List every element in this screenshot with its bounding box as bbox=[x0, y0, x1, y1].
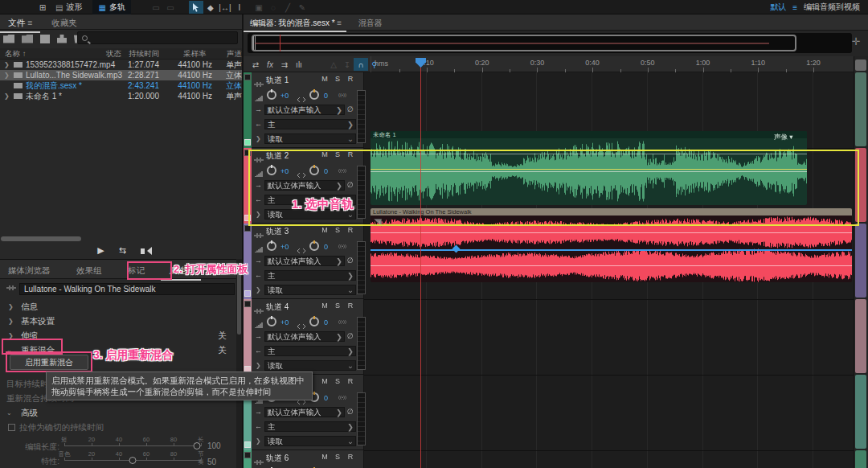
solo-button[interactable]: S bbox=[333, 453, 342, 461]
file-row[interactable]: ❯未命名 1 *1:20.00044100 Hz单声道 bbox=[0, 91, 242, 101]
track-swatch-icon[interactable] bbox=[244, 290, 251, 297]
mute-button[interactable]: M bbox=[320, 302, 330, 310]
solo-button[interactable]: S bbox=[333, 377, 342, 385]
record-arm-button[interactable]: R bbox=[346, 377, 355, 385]
workspace-mode-label[interactable]: 编辑音频到视频 bbox=[804, 2, 860, 13]
track-swatch-icon[interactable] bbox=[244, 139, 251, 146]
import-file-icon[interactable] bbox=[22, 35, 33, 43]
col-status[interactable]: 状态 bbox=[106, 49, 121, 60]
panel-menu-icon[interactable]: ≡ bbox=[27, 18, 32, 27]
metronome-icon[interactable]: △ bbox=[326, 58, 341, 71]
automation-expand-icon[interactable]: ❯ bbox=[256, 362, 261, 369]
expand-icon[interactable]: ❯ bbox=[4, 60, 10, 70]
spectral-display-icon[interactable]: ▭ bbox=[163, 1, 178, 14]
text-tool-icon[interactable]: I bbox=[232, 1, 247, 14]
speaker-button[interactable] bbox=[141, 243, 145, 257]
track-header-1[interactable]: 轨道 1MSR+00((•))→默认立体声输入❯∅←主❯❯读取⌄ bbox=[244, 72, 364, 148]
automation-mode-selector[interactable]: 读取⌄ bbox=[264, 285, 356, 295]
open-file-icon[interactable] bbox=[3, 35, 14, 43]
waveform-display-icon[interactable]: ▭ bbox=[149, 1, 163, 14]
record-arm-button[interactable]: R bbox=[346, 75, 355, 83]
vscroll-track-segment[interactable] bbox=[855, 299, 866, 373]
automation-mode-selector[interactable]: 读取⌄ bbox=[264, 133, 356, 144]
vscroll-cap[interactable] bbox=[855, 60, 866, 71]
solo-button[interactable]: S bbox=[333, 302, 342, 310]
vscroll-track-segment[interactable] bbox=[855, 224, 866, 298]
automation-mode-selector[interactable]: 读取⌄ bbox=[264, 360, 356, 371]
stretch-exact-checkbox[interactable]: 拉伸为确切的持续时间 bbox=[0, 421, 235, 434]
record-arm-button[interactable]: R bbox=[346, 453, 355, 461]
volume-value[interactable]: +0 bbox=[280, 92, 289, 100]
volume-knob[interactable] bbox=[267, 317, 276, 326]
vscroll-track-segment[interactable] bbox=[855, 72, 866, 146]
track-name[interactable]: 轨道 3 bbox=[266, 226, 289, 237]
razor-tool-icon[interactable]: ◆ bbox=[203, 1, 218, 14]
solo-button[interactable]: S bbox=[333, 226, 342, 234]
no-input-icon[interactable]: ∅ bbox=[347, 408, 354, 416]
move-tool-icon[interactable] bbox=[189, 1, 203, 14]
col-duration[interactable]: 持续时间 bbox=[129, 49, 159, 60]
pan-knob[interactable] bbox=[309, 317, 319, 326]
track-name[interactable]: 轨道 1 bbox=[266, 75, 289, 86]
search-input[interactable] bbox=[77, 31, 238, 44]
transfer-icon[interactable]: ⇄ bbox=[248, 58, 263, 71]
section-basic-settings[interactable]: ❯基本设置 bbox=[0, 314, 235, 328]
pan-value[interactable]: 0 bbox=[324, 318, 328, 326]
track-swatch-icon[interactable] bbox=[244, 441, 251, 448]
snap-magnet-icon[interactable]: ∩ bbox=[354, 58, 368, 71]
output-selector[interactable]: 主❯ bbox=[264, 421, 356, 432]
track-header-4[interactable]: 轨道 4MSR+00((•))→默认立体声输入❯∅←主❯❯读取⌄ bbox=[244, 299, 364, 375]
col-channels[interactable]: 声道 bbox=[227, 49, 242, 60]
slider-handle[interactable] bbox=[129, 457, 137, 464]
features-slider[interactable]: 音色20406080节奏 bbox=[64, 451, 201, 466]
brush-tool-icon[interactable]: ✎ bbox=[295, 1, 309, 14]
mute-button[interactable]: M bbox=[320, 453, 330, 461]
playhead-line[interactable] bbox=[420, 60, 421, 468]
slider-handle[interactable] bbox=[193, 442, 200, 450]
waveform-view-button[interactable]: ▤波形 bbox=[50, 0, 88, 14]
pan-zoom-icon[interactable]: ✛ bbox=[849, 35, 863, 50]
track-name[interactable]: 轨道 6 bbox=[266, 453, 289, 464]
file-row[interactable]: ❯Lullato...The Sidewalk.mp32:28.27144100… bbox=[0, 70, 242, 80]
timeline-ruler[interactable]: 0:100:200:300:400:501:001:101:20 bbox=[371, 56, 852, 72]
input-selector[interactable]: 默认立体声输入❯ bbox=[264, 331, 345, 342]
track-minimize-icon[interactable] bbox=[244, 301, 251, 307]
pan-value[interactable]: 0 bbox=[324, 92, 328, 100]
output-selector[interactable]: 主❯ bbox=[264, 270, 356, 281]
volume-knob[interactable] bbox=[267, 90, 276, 100]
punch-in-icon[interactable]: ↧ bbox=[340, 58, 354, 71]
no-input-icon[interactable]: ∅ bbox=[347, 257, 354, 265]
tab-media-browser[interactable]: 媒体浏览器 bbox=[0, 262, 59, 279]
properties-scrollbar-thumb[interactable] bbox=[237, 270, 241, 335]
monitor-icon[interactable]: ((•)) bbox=[338, 319, 346, 324]
envelope-selector-track1[interactable]: 声像 ▾ bbox=[774, 133, 793, 142]
input-selector[interactable]: 默认立体声输入❯ bbox=[264, 105, 345, 115]
file-row[interactable]: ❯1539523388157472.mp41:27.07444100 Hz单声道 bbox=[0, 60, 242, 70]
mute-button[interactable]: M bbox=[320, 75, 330, 83]
tab-favorites[interactable]: 收藏夹 bbox=[44, 14, 86, 31]
mute-button[interactable]: M bbox=[320, 226, 330, 234]
track-header-6[interactable]: 轨道 6MSR+00((•))→默认立体声输入❯∅←主❯❯读取⌄ bbox=[244, 450, 364, 468]
vscroll-track-segment[interactable] bbox=[855, 375, 866, 449]
loop-button[interactable]: ⇆ bbox=[119, 245, 126, 256]
insert-into-multitrack-icon[interactable] bbox=[57, 35, 67, 43]
pan-knob[interactable] bbox=[309, 241, 319, 251]
section-advanced[interactable]: ⌄高级 bbox=[0, 406, 235, 420]
new-media-icon[interactable] bbox=[40, 35, 50, 43]
volume-knob[interactable] bbox=[267, 241, 276, 251]
meters-icon[interactable]: ılı bbox=[292, 58, 306, 71]
automation-expand-icon[interactable]: ❯ bbox=[256, 135, 261, 142]
multitrack-view-button[interactable]: ▦多轨 bbox=[92, 0, 130, 14]
track-minimize-icon[interactable] bbox=[244, 452, 251, 458]
fx-icon[interactable]: fx bbox=[263, 58, 277, 71]
expand-icon[interactable]: ❯ bbox=[4, 70, 10, 80]
vscroll-track-segment[interactable] bbox=[855, 450, 866, 468]
pan-value[interactable]: 0 bbox=[324, 394, 328, 402]
track-header-3[interactable]: 轨道 3MSR+00((•))→默认立体声输入❯∅←主❯❯读取⌄ bbox=[244, 224, 364, 299]
marquee-tool-icon[interactable]: ▣ bbox=[252, 1, 266, 14]
workspace-selector[interactable]: 默认 bbox=[770, 2, 786, 13]
workspace-grid-icon[interactable]: ⊞ bbox=[35, 1, 50, 14]
input-selector[interactable]: 默认立体声输入❯ bbox=[264, 256, 345, 266]
mute-button[interactable]: M bbox=[320, 377, 330, 385]
monitor-icon[interactable]: ((•)) bbox=[338, 395, 346, 400]
